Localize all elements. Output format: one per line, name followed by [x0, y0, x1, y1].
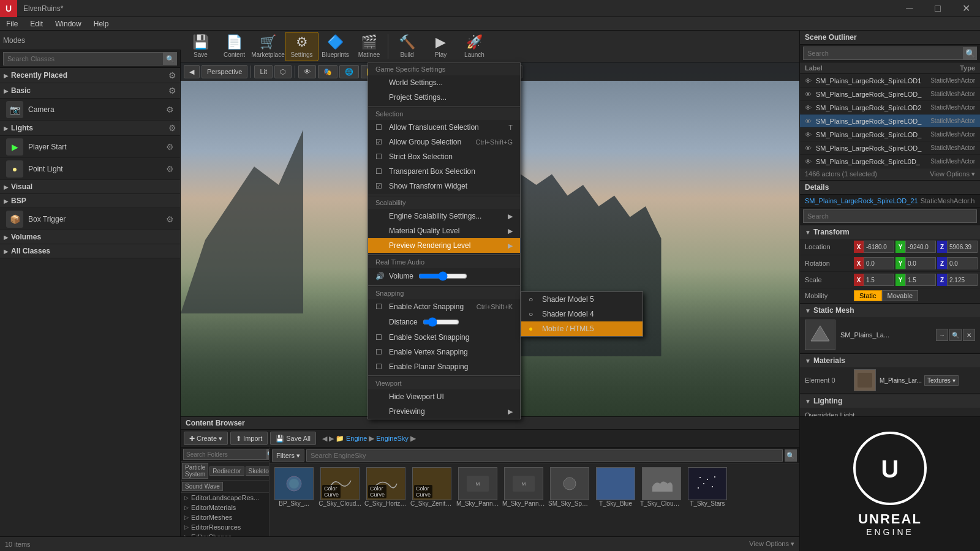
outliner-search-button[interactable]: 🔍: [963, 47, 977, 60]
engine-scalability-item[interactable]: Engine Scalability Settings... ▶: [368, 209, 520, 223]
hide-viewport-ui-item[interactable]: Hide Viewport UI: [368, 389, 520, 404]
location-x-field[interactable]: [864, 241, 894, 253]
asset-t-sky-stars[interactable]: T_Sky_Stars: [686, 467, 729, 507]
category-all-classes[interactable]: ▶ All Classes: [0, 244, 180, 258]
scale-y-input[interactable]: Y: [895, 274, 936, 286]
scale-x-input[interactable]: X: [854, 274, 894, 286]
material-select-button[interactable]: Textures ▾: [924, 375, 959, 386]
recently-placed-settings-icon[interactable]: ⚙: [168, 70, 176, 80]
allow-group-item[interactable]: ☑ Allow Group Selection Ctrl+Shift+G: [368, 135, 520, 149]
menu-edit[interactable]: Edit: [24, 17, 49, 30]
vp-icon3[interactable]: 🌐: [339, 65, 359, 78]
skeleton-filter[interactable]: Skeleton: [246, 467, 270, 476]
tree-editor-landscape[interactable]: ▷EditorLandscapeRes...: [181, 493, 269, 503]
player-start-settings[interactable]: ⚙: [166, 142, 174, 152]
movable-button[interactable]: Movable: [882, 290, 919, 301]
material-quality-item[interactable]: Material Quality Level ▶: [368, 223, 520, 238]
cb-view-options-button[interactable]: View Options ▾: [749, 540, 794, 548]
preview-rendering-item[interactable]: Preview Rendering Level ▶: [368, 238, 520, 253]
menu-help[interactable]: Help: [88, 17, 115, 30]
find-mesh-button[interactable]: 🔍: [949, 329, 962, 341]
location-y-input[interactable]: Y: [895, 241, 936, 253]
import-button[interactable]: ⬆ Import: [230, 432, 268, 445]
placement-box-trigger[interactable]: 📦 Box Trigger ⚙: [0, 208, 180, 230]
rotation-y-field[interactable]: [905, 257, 936, 269]
category-lights[interactable]: ▶ Lights ⚙: [0, 121, 180, 136]
redirector-filter[interactable]: Redirector: [209, 467, 244, 476]
asset-c-sky-cloud[interactable]: ColorCurve C_Sky_Cloud...: [318, 467, 361, 507]
tree-editor-materials[interactable]: ▷EditorMaterials: [181, 503, 269, 512]
distance-slider[interactable]: [423, 317, 459, 327]
vertex-snapping-item[interactable]: ☐ Enable Vertex Snapping: [368, 345, 520, 359]
asset-sm-sky-sphere[interactable]: SM_Sky_Sphere: [548, 467, 591, 507]
breadcrumb-engine[interactable]: Engine: [346, 435, 367, 442]
search-classes-button[interactable]: 🔍: [164, 52, 177, 66]
lighting-section-header[interactable]: ▼ Lighting: [800, 394, 980, 408]
browse-mesh-button[interactable]: →: [936, 329, 948, 341]
project-settings-item[interactable]: Project Settings...: [368, 90, 520, 105]
outliner-item-3[interactable]: 👁 SM_Plains_LargeRock_SpireLOD_ StaticMe…: [800, 114, 980, 128]
planar-snapping-item[interactable]: ☐ Enable Planar Snapping: [368, 359, 520, 374]
tree-editor-meshes[interactable]: ▷EditorMeshes: [181, 512, 269, 522]
particle-system-filter[interactable]: Particle System: [182, 463, 208, 479]
placement-camera[interactable]: 📷 Camera ⚙: [0, 99, 180, 121]
minimize-button[interactable]: ─: [895, 0, 924, 17]
outliner-search-input[interactable]: [803, 47, 963, 60]
menu-file[interactable]: File: [0, 17, 24, 30]
box-trigger-settings[interactable]: ⚙: [166, 214, 174, 224]
filters-button[interactable]: Filters ▾: [272, 449, 304, 462]
allow-translucent-item[interactable]: ☐ Allow Translucent Selection T: [368, 120, 520, 135]
static-mesh-section-header[interactable]: ▼ Static Mesh: [800, 304, 980, 317]
transparent-box-item[interactable]: ☐ Transparent Box Selection: [368, 164, 520, 179]
content-button[interactable]: 📄 Content: [217, 32, 251, 61]
details-search-input[interactable]: [803, 209, 977, 223]
location-y-field[interactable]: [905, 241, 936, 253]
vp-icon1[interactable]: 👁: [298, 65, 316, 78]
static-button[interactable]: Static: [854, 290, 882, 301]
strict-box-item[interactable]: ☐ Strict Box Selection: [368, 149, 520, 164]
scale-z-field[interactable]: [947, 274, 978, 286]
asset-search-input[interactable]: [306, 449, 783, 462]
build-button[interactable]: 🔨 Build: [390, 32, 424, 61]
point-light-settings[interactable]: ⚙: [166, 164, 174, 174]
lit-button[interactable]: Lit: [254, 65, 273, 78]
rotation-z-input[interactable]: Z: [937, 257, 978, 269]
asset-c-sky-horizon[interactable]: ColorCurve C_Sky_Horizon_...: [364, 467, 407, 507]
asset-t-sky-blue[interactable]: T_Sky_Blue: [594, 467, 637, 507]
asset-m-sky-panning1[interactable]: M M_Sky_Panning...: [456, 467, 499, 507]
enable-actor-snapping-item[interactable]: ☐ Enable Actor Snapping Ctrl+Shift+K: [368, 299, 520, 314]
menu-window[interactable]: Window: [49, 17, 88, 30]
location-x-input[interactable]: X: [854, 241, 894, 253]
category-recently-placed[interactable]: ▶ Recently Placed ⚙: [0, 68, 180, 83]
viewport-nav-button[interactable]: ◀: [184, 65, 200, 78]
scale-y-field[interactable]: [905, 274, 936, 286]
rotation-y-input[interactable]: Y: [895, 257, 936, 269]
outliner-item-2[interactable]: 👁 SM_Plains_LargeRock_SpireLOD2 StaticMe…: [800, 101, 980, 114]
outliner-item-4[interactable]: 👁 SM_Plains_LargeRock_SpireLOD_ StaticMe…: [800, 128, 980, 141]
location-z-input[interactable]: Z: [937, 241, 978, 253]
camera-settings[interactable]: ⚙: [166, 105, 174, 114]
restore-button[interactable]: □: [924, 0, 952, 17]
outliner-item-6[interactable]: 👁 SM_Plains_LargeRock_SpireL0D_ StaticMe…: [800, 155, 980, 168]
close-button[interactable]: ✕: [952, 0, 980, 17]
asset-m-sky-panning2[interactable]: M M_Sky_Panning...: [502, 467, 545, 507]
asset-c-sky-zenith[interactable]: ColorCurve C_Sky_Zenith...: [410, 467, 453, 507]
show-transform-item[interactable]: ☑ Show Transform Widget: [368, 179, 520, 193]
breadcrumb-back[interactable]: ◀: [322, 435, 327, 443]
asset-search-button[interactable]: 🔍: [785, 449, 797, 462]
category-visual[interactable]: ▶ Visual: [0, 180, 180, 194]
asset-t-sky-clouds[interactable]: T_Sky_Clouds_M: [640, 467, 683, 507]
perspective-button[interactable]: Perspective: [202, 65, 247, 78]
breadcrumb-forward[interactable]: ▶: [329, 435, 334, 443]
outliner-item-0[interactable]: 👁 SM_Plains_LargeRock_SpireLOD1 StaticMe…: [800, 74, 980, 88]
mobile-html5-item[interactable]: ● Mobile / HTML5: [521, 321, 643, 336]
category-volumes[interactable]: ▶ Volumes: [0, 230, 180, 244]
rotation-x-input[interactable]: X: [854, 257, 894, 269]
materials-section-header[interactable]: ▼ Materials: [800, 354, 980, 367]
rotation-x-field[interactable]: [864, 257, 894, 269]
outliner-item-1[interactable]: 👁 SM_Plains_LargeRock_SpireLOD_ StaticMe…: [800, 88, 980, 101]
transform-section-header[interactable]: ▼ Transform: [800, 225, 980, 239]
create-button[interactable]: ✚ Create ▾: [184, 432, 228, 445]
category-basic[interactable]: ▶ Basic ⚙: [0, 83, 180, 99]
scale-z-input[interactable]: Z: [937, 274, 978, 286]
